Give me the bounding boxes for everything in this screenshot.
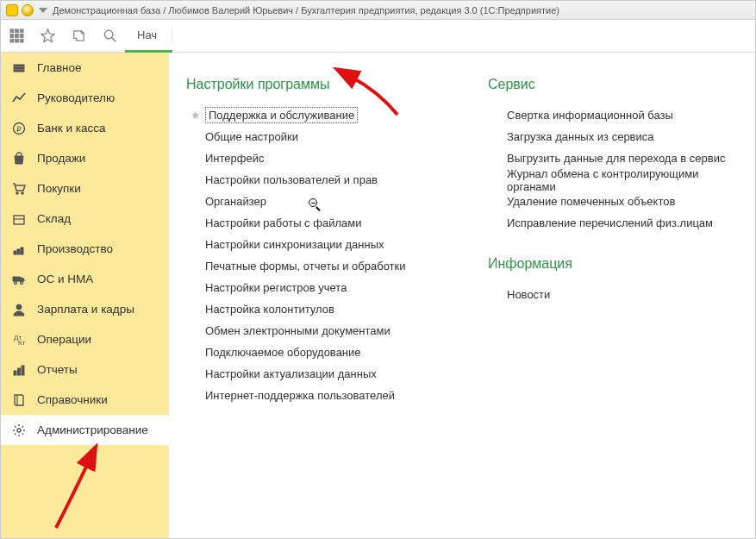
svg-text:Кт: Кт bbox=[18, 339, 26, 347]
tab-label: Нач bbox=[137, 28, 157, 41]
svg-rect-3 bbox=[9, 34, 13, 38]
sidebar-item-label: Справочники bbox=[37, 393, 108, 406]
svg-rect-32 bbox=[22, 366, 24, 375]
svg-rect-1 bbox=[15, 29, 18, 33]
sidebar-item-sales[interactable]: Продажи bbox=[1, 143, 169, 173]
link-interface[interactable]: Интерфейс bbox=[186, 147, 436, 169]
svg-rect-13 bbox=[14, 67, 24, 69]
svg-line-11 bbox=[111, 38, 115, 41]
link-internet-support[interactable]: Интернет-поддержка пользователей bbox=[186, 385, 436, 406]
link-load-from-service[interactable]: Загрузка данных из сервиса bbox=[488, 126, 738, 147]
sidebar-item-label: ОС и НМА bbox=[37, 273, 93, 285]
link-general-settings[interactable]: Общие настройки bbox=[186, 126, 436, 147]
history-button[interactable] bbox=[63, 20, 94, 53]
app-icon-1c bbox=[6, 4, 18, 16]
svg-rect-14 bbox=[14, 70, 24, 72]
main-area: Главное Руководителю ₽ Банк и касса Прод… bbox=[1, 53, 755, 539]
cart-icon bbox=[11, 181, 27, 197]
chart-line-icon bbox=[11, 91, 27, 106]
sidebar-item-assets[interactable]: ОС и НМА bbox=[1, 264, 169, 294]
svg-rect-12 bbox=[14, 65, 24, 66]
svg-text:₽: ₽ bbox=[16, 125, 22, 134]
tool-group bbox=[1, 20, 125, 52]
svg-point-26 bbox=[21, 281, 23, 284]
link-peripherals[interactable]: Подключаемое оборудование bbox=[186, 342, 436, 363]
sidebar-item-manager[interactable]: Руководителю bbox=[1, 83, 169, 113]
link-file-settings[interactable]: Настройки работы с файлами bbox=[186, 212, 436, 234]
svg-point-10 bbox=[104, 30, 112, 38]
sidebar-item-catalogs[interactable]: Справочники bbox=[1, 385, 169, 415]
apps-grid-button[interactable] bbox=[1, 20, 32, 53]
sidebar-item-operations[interactable]: ДтКт Операции bbox=[1, 324, 169, 354]
toolbar-spacer bbox=[172, 20, 755, 52]
svg-point-34 bbox=[17, 429, 21, 432]
svg-point-18 bbox=[22, 191, 24, 194]
search-button[interactable] bbox=[94, 20, 125, 53]
sidebar-spacer bbox=[1, 445, 169, 539]
link-export-to-service[interactable]: Выгрузить данные для перехода в сервис bbox=[488, 147, 738, 169]
link-actualization[interactable]: Настройки актуализации данных bbox=[186, 363, 436, 385]
info-section-title: Информация bbox=[488, 256, 738, 272]
link-header-footer[interactable]: Настройка колонтитулов bbox=[186, 298, 436, 320]
sidebar-item-label: Производство bbox=[37, 242, 113, 255]
gear-icon bbox=[11, 423, 27, 438]
svg-rect-24 bbox=[13, 277, 20, 281]
operations-icon: ДтКт bbox=[11, 332, 27, 348]
service-section-title: Сервис bbox=[488, 77, 738, 92]
sidebar-item-label: Покупки bbox=[37, 182, 81, 195]
factory-icon bbox=[11, 241, 27, 257]
svg-rect-8 bbox=[20, 39, 23, 42]
sidebar-item-admin[interactable]: Администрирование bbox=[1, 415, 169, 445]
app-icon-globe bbox=[22, 4, 34, 16]
link-fix-transfers[interactable]: Исправление перечислений физ.лицам bbox=[488, 212, 738, 234]
svg-rect-21 bbox=[14, 251, 16, 254]
svg-rect-19 bbox=[14, 216, 24, 224]
link-delete-marked[interactable]: Удаление помеченных объектов bbox=[488, 191, 738, 212]
svg-marker-9 bbox=[41, 29, 53, 42]
svg-rect-7 bbox=[15, 39, 18, 42]
sidebar-item-production[interactable]: Производство bbox=[1, 234, 169, 264]
tab-start-page[interactable]: Нач bbox=[125, 20, 172, 53]
sidebar-item-warehouse[interactable]: Склад bbox=[1, 204, 169, 234]
link-register-settings[interactable]: Настройки регистров учета bbox=[186, 277, 436, 298]
favorites-star-button[interactable] bbox=[32, 20, 63, 53]
report-icon bbox=[11, 362, 27, 378]
svg-rect-6 bbox=[9, 39, 13, 42]
window-titlebar: Демонстрационная база / Любимов Валерий … bbox=[1, 1, 755, 20]
sidebar-item-label: Банк и касса bbox=[37, 122, 106, 135]
link-support-maintenance[interactable]: Поддержка и обслуживание bbox=[205, 107, 358, 123]
sidebar-item-purchases[interactable]: Покупки bbox=[1, 173, 169, 204]
svg-rect-0 bbox=[9, 29, 13, 33]
sidebar-item-payroll[interactable]: Зарплата и кадры bbox=[1, 294, 169, 324]
link-sync-settings[interactable]: Настройки синхронизации данных bbox=[186, 234, 436, 255]
sidebar-item-main[interactable]: Главное bbox=[1, 53, 169, 83]
sidebar-item-reports[interactable]: Отчеты bbox=[1, 354, 169, 385]
svg-point-25 bbox=[15, 281, 17, 284]
svg-rect-31 bbox=[18, 368, 21, 375]
link-print-forms[interactable]: Печатные формы, отчеты и обработки bbox=[186, 255, 436, 277]
svg-rect-5 bbox=[20, 34, 23, 38]
sidebar-item-label: Зарплата и кадры bbox=[37, 303, 134, 316]
link-edoc-exchange[interactable]: Обмен электронными документами bbox=[186, 320, 436, 342]
sidebar-item-label: Продажи bbox=[37, 152, 85, 165]
sidebar-item-bank[interactable]: ₽ Банк и касса bbox=[1, 113, 169, 143]
dropdown-arrow-icon[interactable] bbox=[39, 8, 47, 13]
sidebar-item-label: Главное bbox=[37, 61, 82, 74]
link-news[interactable]: Новости bbox=[488, 284, 738, 305]
link-infobase-rollup[interactable]: Свертка информационной базы bbox=[488, 104, 738, 126]
link-exchange-log[interactable]: Журнал обмена с контролирующими органами bbox=[488, 169, 738, 191]
window-title: Демонстрационная база / Любимов Валерий … bbox=[53, 5, 559, 16]
svg-rect-23 bbox=[21, 248, 23, 254]
box-icon bbox=[11, 211, 27, 227]
svg-rect-22 bbox=[17, 249, 20, 254]
service-section: Сервис Свертка информационной базы Загру… bbox=[488, 77, 738, 234]
right-column: Сервис Свертка информационной базы Загру… bbox=[488, 77, 738, 523]
home-icon bbox=[11, 60, 27, 76]
svg-point-27 bbox=[16, 304, 22, 310]
person-icon bbox=[11, 302, 27, 317]
link-users-rights[interactable]: Настройки пользователей и прав bbox=[186, 169, 436, 191]
ruble-icon: ₽ bbox=[11, 121, 27, 136]
link-organizer[interactable]: Органайзер bbox=[186, 191, 436, 212]
info-section: Информация Новости bbox=[488, 256, 738, 305]
sidebar: Главное Руководителю ₽ Банк и касса Прод… bbox=[1, 53, 169, 539]
